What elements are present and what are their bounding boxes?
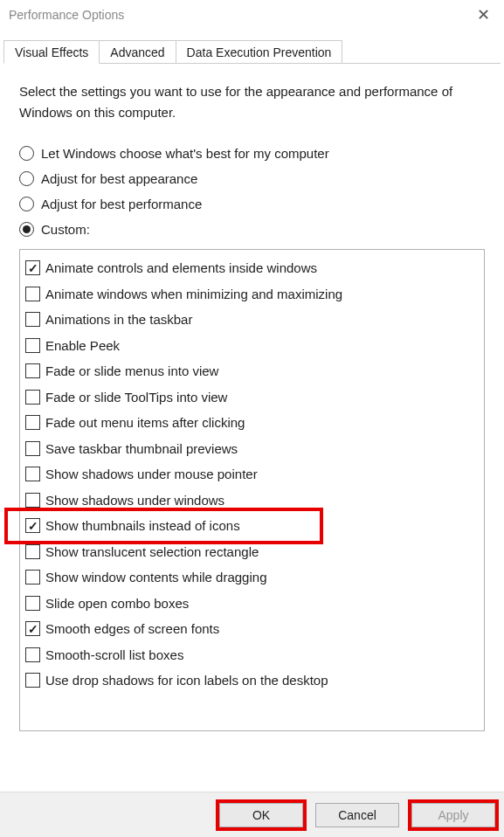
radio-best-appearance[interactable]: Adjust for best appearance	[19, 171, 485, 186]
check-row[interactable]: Fade out menu items after clicking	[24, 410, 480, 436]
checkbox-icon	[25, 260, 40, 275]
checkbox-icon	[25, 673, 40, 688]
cancel-button[interactable]: Cancel	[315, 803, 399, 827]
checkbox-icon	[25, 312, 40, 327]
checkbox-icon	[25, 647, 40, 662]
titlebar: Performance Options ✕	[0, 0, 504, 31]
check-row[interactable]: Animate windows when minimizing and maxi…	[24, 281, 480, 308]
radio-label: Adjust for best appearance	[41, 171, 197, 186]
window-title: Performance Options	[9, 8, 124, 22]
checkbox-icon	[25, 544, 40, 559]
check-label: Save taskbar thumbnail previews	[45, 438, 238, 460]
check-label: Show translucent selection rectangle	[45, 541, 259, 564]
radio-label: Adjust for best performance	[41, 197, 202, 211]
check-label: Show window contents while dragging	[45, 566, 266, 589]
check-label: Smooth-scroll list boxes	[45, 644, 183, 667]
radio-let-windows-choose[interactable]: Let Windows choose what's best for my co…	[19, 146, 485, 161]
check-label: Animations in the taskbar	[45, 308, 192, 331]
checkbox-icon	[25, 415, 40, 430]
checkbox-icon	[25, 596, 40, 611]
check-label: Fade out menu items after clicking	[45, 412, 245, 434]
check-row[interactable]: Smooth-scroll list boxes	[24, 642, 480, 668]
tab-advanced[interactable]: Advanced	[99, 40, 176, 63]
checkbox-icon	[25, 441, 40, 456]
check-row[interactable]: Show thumbnails instead of icons	[24, 513, 480, 539]
check-row[interactable]: Enable Peek	[24, 333, 480, 359]
radio-icon	[19, 197, 34, 211]
check-row[interactable]: Animations in the taskbar	[24, 307, 480, 333]
dialog-footer: OK Cancel Apply	[0, 792, 504, 837]
checkbox-icon	[25, 467, 40, 481]
radio-icon	[19, 222, 34, 237]
checkbox-icon	[25, 390, 40, 405]
check-row[interactable]: Show shadows under mouse pointer	[24, 461, 480, 488]
radio-icon	[19, 146, 34, 161]
check-row[interactable]: Fade or slide menus into view	[24, 358, 480, 384]
apply-button[interactable]: Apply	[411, 803, 495, 827]
check-row[interactable]: Slide open combo boxes	[24, 591, 480, 617]
tab-content: Select the settings you want to use for …	[0, 64, 504, 740]
check-label: Slide open combo boxes	[45, 592, 189, 615]
check-row[interactable]: Show window contents while dragging	[24, 564, 480, 591]
check-row[interactable]: Save taskbar thumbnail previews	[24, 436, 480, 462]
check-row[interactable]: Fade or slide ToolTips into view	[24, 384, 480, 411]
tab-dep[interactable]: Data Execution Prevention	[176, 40, 343, 63]
checkbox-icon	[25, 493, 40, 508]
check-label: Show shadows under windows	[45, 489, 224, 512]
check-label: Animate windows when minimizing and maxi…	[45, 283, 342, 306]
check-row[interactable]: Show shadows under windows	[24, 488, 480, 514]
check-label: Smooth edges of screen fonts	[45, 618, 219, 640]
visual-effects-checklist: Animate controls and elements inside win…	[19, 249, 485, 731]
radio-group: Let Windows choose what's best for my co…	[19, 146, 485, 237]
checkbox-icon	[25, 338, 40, 353]
checkbox-icon	[25, 363, 40, 378]
check-label: Show thumbnails instead of icons	[45, 515, 240, 537]
check-label: Enable Peek	[45, 335, 120, 357]
checkbox-icon	[25, 287, 40, 301]
tab-strip: Visual Effects Advanced Data Execution P…	[3, 40, 501, 64]
check-label: Show shadows under mouse pointer	[45, 463, 258, 486]
check-row[interactable]: Use drop shadows for icon labels on the …	[24, 668, 480, 694]
check-label: Fade or slide menus into view	[45, 360, 218, 383]
close-icon[interactable]: ✕	[472, 5, 495, 24]
checkbox-icon	[25, 621, 40, 636]
check-row[interactable]: Animate controls and elements inside win…	[24, 255, 480, 281]
radio-label: Let Windows choose what's best for my co…	[41, 146, 329, 161]
radio-best-performance[interactable]: Adjust for best performance	[19, 197, 485, 211]
check-row[interactable]: Smooth edges of screen fonts	[24, 616, 480, 642]
radio-label: Custom:	[41, 222, 90, 237]
check-label: Use drop shadows for icon labels on the …	[45, 669, 328, 692]
checkbox-icon	[25, 570, 40, 585]
radio-custom[interactable]: Custom:	[19, 222, 485, 237]
check-label: Animate controls and elements inside win…	[45, 257, 317, 280]
check-label: Fade or slide ToolTips into view	[45, 386, 227, 409]
checkbox-icon	[25, 518, 40, 533]
ok-button[interactable]: OK	[219, 803, 303, 827]
intro-text: Select the settings you want to use for …	[19, 81, 485, 123]
radio-icon	[19, 171, 34, 186]
tab-visual-effects[interactable]: Visual Effects	[3, 40, 100, 64]
check-row[interactable]: Show translucent selection rectangle	[24, 539, 480, 565]
